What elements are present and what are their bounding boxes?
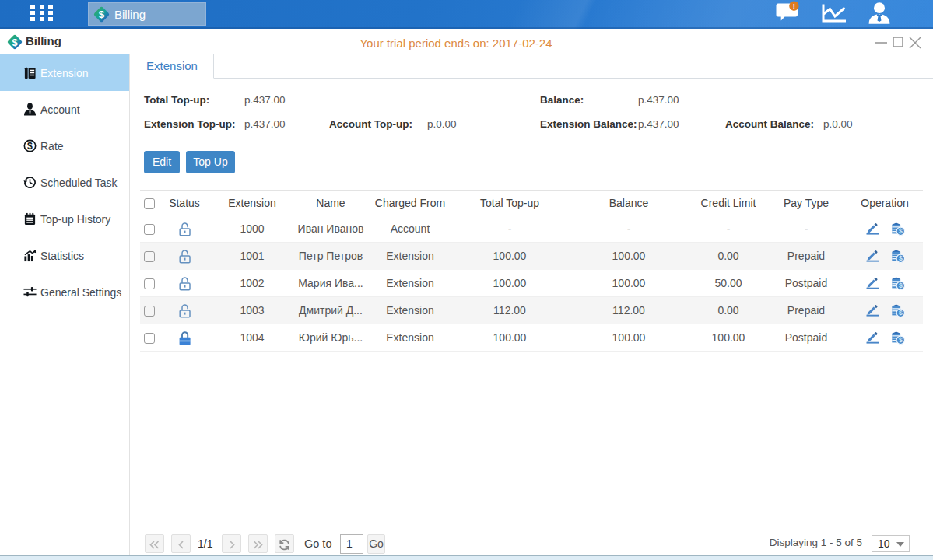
svg-text:$: $ xyxy=(99,9,105,20)
svg-text:$: $ xyxy=(898,309,902,317)
svg-text:$: $ xyxy=(898,254,902,262)
svg-text:$: $ xyxy=(898,336,902,344)
svg-text:$: $ xyxy=(27,141,33,152)
svg-text:!: ! xyxy=(793,2,795,10)
svg-text:$: $ xyxy=(898,282,902,289)
svg-text:$: $ xyxy=(898,227,902,235)
